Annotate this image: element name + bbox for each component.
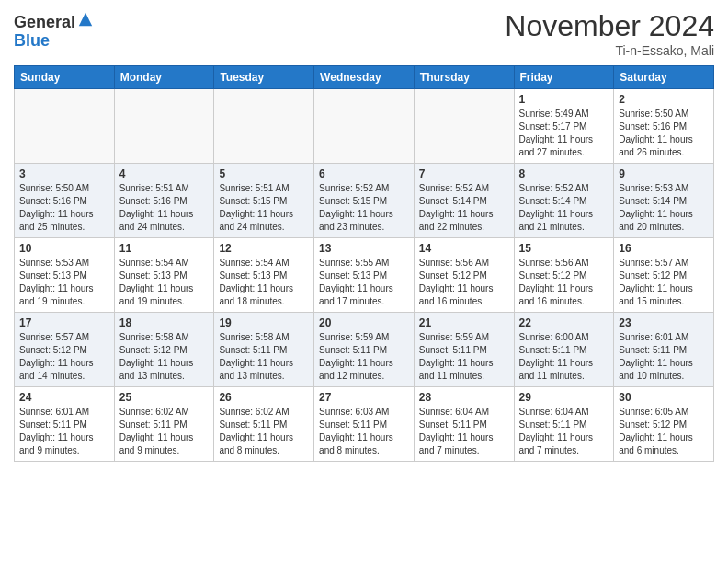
day-info: Sunrise: 5:59 AM Sunset: 5:11 PM Dayligh… bbox=[419, 331, 509, 383]
day-cell: 28Sunrise: 6:04 AM Sunset: 5:11 PM Dayli… bbox=[414, 387, 514, 462]
day-number: 5 bbox=[219, 167, 309, 180]
day-info: Sunrise: 6:05 AM Sunset: 5:12 PM Dayligh… bbox=[619, 406, 709, 457]
day-cell: 21Sunrise: 5:59 AM Sunset: 5:11 PM Dayli… bbox=[414, 313, 514, 387]
day-cell: 20Sunrise: 5:59 AM Sunset: 5:11 PM Dayli… bbox=[314, 313, 415, 387]
day-cell: 29Sunrise: 6:04 AM Sunset: 5:11 PM Dayli… bbox=[514, 387, 614, 462]
day-info: Sunrise: 5:58 AM Sunset: 5:12 PM Dayligh… bbox=[119, 331, 210, 383]
day-info: Sunrise: 5:52 AM Sunset: 5:14 PM Dayligh… bbox=[519, 182, 609, 234]
day-number: 24 bbox=[19, 391, 109, 404]
day-number: 10 bbox=[19, 242, 109, 255]
day-cell: 17Sunrise: 5:57 AM Sunset: 5:12 PM Dayli… bbox=[15, 313, 115, 387]
day-info: Sunrise: 6:04 AM Sunset: 5:11 PM Dayligh… bbox=[419, 406, 509, 457]
day-info: Sunrise: 6:01 AM Sunset: 5:11 PM Dayligh… bbox=[19, 406, 109, 457]
day-cell: 4Sunrise: 5:51 AM Sunset: 5:16 PM Daylig… bbox=[114, 164, 214, 238]
day-number: 13 bbox=[319, 242, 409, 255]
day-info: Sunrise: 5:53 AM Sunset: 5:13 PM Dayligh… bbox=[19, 257, 109, 308]
day-cell: 19Sunrise: 5:58 AM Sunset: 5:11 PM Dayli… bbox=[214, 313, 314, 387]
svg-marker-0 bbox=[79, 13, 92, 26]
day-cell: 25Sunrise: 6:02 AM Sunset: 5:11 PM Dayli… bbox=[114, 387, 214, 462]
day-info: Sunrise: 5:58 AM Sunset: 5:11 PM Dayligh… bbox=[219, 331, 309, 383]
day-info: Sunrise: 5:50 AM Sunset: 5:16 PM Dayligh… bbox=[619, 108, 709, 159]
day-info: Sunrise: 5:54 AM Sunset: 5:13 PM Dayligh… bbox=[219, 257, 309, 308]
day-cell: 24Sunrise: 6:01 AM Sunset: 5:11 PM Dayli… bbox=[15, 387, 115, 462]
weekday-header-tuesday: Tuesday bbox=[214, 66, 314, 89]
day-info: Sunrise: 6:00 AM Sunset: 5:11 PM Dayligh… bbox=[519, 331, 609, 383]
page-header: General Blue November 2024 Ti-n-Essako, … bbox=[14, 9, 714, 58]
logo-general: General bbox=[14, 13, 75, 31]
day-number: 27 bbox=[319, 391, 409, 404]
day-number: 6 bbox=[319, 167, 409, 180]
day-number: 28 bbox=[419, 391, 509, 404]
day-info: Sunrise: 6:04 AM Sunset: 5:11 PM Dayligh… bbox=[519, 406, 609, 457]
day-info: Sunrise: 6:01 AM Sunset: 5:11 PM Dayligh… bbox=[619, 331, 709, 383]
week-row-5: 24Sunrise: 6:01 AM Sunset: 5:11 PM Dayli… bbox=[15, 387, 714, 462]
day-number: 8 bbox=[519, 167, 609, 180]
day-number: 22 bbox=[519, 316, 609, 329]
day-info: Sunrise: 5:54 AM Sunset: 5:13 PM Dayligh… bbox=[119, 257, 210, 308]
day-cell: 3Sunrise: 5:50 AM Sunset: 5:16 PM Daylig… bbox=[15, 164, 115, 238]
day-number: 18 bbox=[119, 316, 210, 329]
day-info: Sunrise: 5:57 AM Sunset: 5:12 PM Dayligh… bbox=[619, 257, 709, 308]
weekday-header-thursday: Thursday bbox=[414, 66, 514, 89]
weekday-header-monday: Monday bbox=[114, 66, 214, 89]
day-cell: 14Sunrise: 5:56 AM Sunset: 5:12 PM Dayli… bbox=[414, 238, 514, 313]
logo: General Blue bbox=[14, 14, 94, 51]
day-number: 2 bbox=[619, 93, 709, 106]
day-cell: 10Sunrise: 5:53 AM Sunset: 5:13 PM Dayli… bbox=[15, 238, 115, 313]
week-row-4: 17Sunrise: 5:57 AM Sunset: 5:12 PM Dayli… bbox=[15, 313, 714, 387]
day-info: Sunrise: 5:51 AM Sunset: 5:15 PM Dayligh… bbox=[219, 182, 309, 234]
day-info: Sunrise: 5:50 AM Sunset: 5:16 PM Dayligh… bbox=[19, 182, 109, 234]
day-cell: 1Sunrise: 5:49 AM Sunset: 5:17 PM Daylig… bbox=[514, 89, 614, 164]
day-cell: 18Sunrise: 5:58 AM Sunset: 5:12 PM Dayli… bbox=[114, 313, 214, 387]
day-cell: 5Sunrise: 5:51 AM Sunset: 5:15 PM Daylig… bbox=[214, 164, 314, 238]
day-number: 1 bbox=[519, 93, 609, 106]
calendar-table: SundayMondayTuesdayWednesdayThursdayFrid… bbox=[14, 65, 714, 462]
weekday-header-sunday: Sunday bbox=[15, 66, 115, 89]
day-cell: 12Sunrise: 5:54 AM Sunset: 5:13 PM Dayli… bbox=[214, 238, 314, 313]
day-number: 19 bbox=[219, 316, 309, 329]
day-cell bbox=[114, 89, 214, 164]
day-number: 11 bbox=[119, 242, 210, 255]
day-cell: 16Sunrise: 5:57 AM Sunset: 5:12 PM Dayli… bbox=[614, 238, 714, 313]
day-cell: 6Sunrise: 5:52 AM Sunset: 5:15 PM Daylig… bbox=[314, 164, 415, 238]
day-info: Sunrise: 5:56 AM Sunset: 5:12 PM Dayligh… bbox=[519, 257, 609, 308]
day-number: 20 bbox=[319, 316, 409, 329]
day-info: Sunrise: 5:57 AM Sunset: 5:12 PM Dayligh… bbox=[19, 331, 109, 383]
weekday-header-friday: Friday bbox=[514, 66, 614, 89]
day-number: 3 bbox=[19, 167, 109, 180]
week-row-3: 10Sunrise: 5:53 AM Sunset: 5:13 PM Dayli… bbox=[15, 238, 714, 313]
day-info: Sunrise: 5:52 AM Sunset: 5:14 PM Dayligh… bbox=[419, 182, 509, 234]
title-block: November 2024 Ti-n-Essako, Mali bbox=[505, 9, 714, 58]
day-cell: 26Sunrise: 6:02 AM Sunset: 5:11 PM Dayli… bbox=[214, 387, 314, 462]
day-cell: 11Sunrise: 5:54 AM Sunset: 5:13 PM Dayli… bbox=[114, 238, 214, 313]
week-row-2: 3Sunrise: 5:50 AM Sunset: 5:16 PM Daylig… bbox=[15, 164, 714, 238]
day-cell: 2Sunrise: 5:50 AM Sunset: 5:16 PM Daylig… bbox=[614, 89, 714, 164]
day-cell bbox=[214, 89, 314, 164]
logo-icon bbox=[77, 11, 94, 28]
day-number: 16 bbox=[619, 242, 709, 255]
day-number: 14 bbox=[419, 242, 509, 255]
day-info: Sunrise: 6:03 AM Sunset: 5:11 PM Dayligh… bbox=[319, 406, 409, 457]
day-number: 25 bbox=[119, 391, 210, 404]
day-number: 17 bbox=[19, 316, 109, 329]
day-cell: 23Sunrise: 6:01 AM Sunset: 5:11 PM Dayli… bbox=[614, 313, 714, 387]
day-number: 15 bbox=[519, 242, 609, 255]
day-info: Sunrise: 5:52 AM Sunset: 5:15 PM Dayligh… bbox=[319, 182, 409, 234]
day-cell: 22Sunrise: 6:00 AM Sunset: 5:11 PM Dayli… bbox=[514, 313, 614, 387]
day-number: 29 bbox=[519, 391, 609, 404]
weekday-header-saturday: Saturday bbox=[614, 66, 714, 89]
location: Ti-n-Essako, Mali bbox=[505, 43, 714, 58]
week-row-1: 1Sunrise: 5:49 AM Sunset: 5:17 PM Daylig… bbox=[15, 89, 714, 164]
day-info: Sunrise: 5:59 AM Sunset: 5:11 PM Dayligh… bbox=[319, 331, 409, 383]
day-cell: 13Sunrise: 5:55 AM Sunset: 5:13 PM Dayli… bbox=[314, 238, 415, 313]
day-number: 30 bbox=[619, 391, 709, 404]
day-number: 21 bbox=[419, 316, 509, 329]
day-info: Sunrise: 5:55 AM Sunset: 5:13 PM Dayligh… bbox=[319, 257, 409, 308]
weekday-header-row: SundayMondayTuesdayWednesdayThursdayFrid… bbox=[15, 66, 714, 89]
weekday-header-wednesday: Wednesday bbox=[314, 66, 415, 89]
day-number: 12 bbox=[219, 242, 309, 255]
day-number: 23 bbox=[619, 316, 709, 329]
day-cell bbox=[414, 89, 514, 164]
day-info: Sunrise: 6:02 AM Sunset: 5:11 PM Dayligh… bbox=[119, 406, 210, 457]
day-info: Sunrise: 5:53 AM Sunset: 5:14 PM Dayligh… bbox=[619, 182, 709, 234]
